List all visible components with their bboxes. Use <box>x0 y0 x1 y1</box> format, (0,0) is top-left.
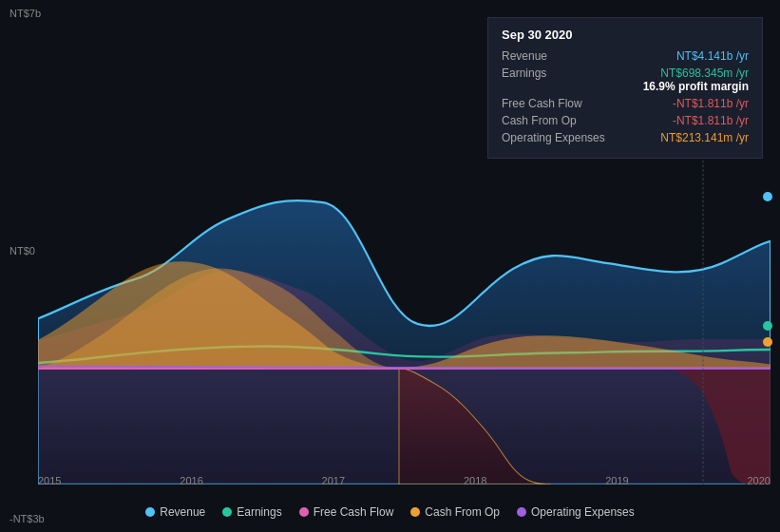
x-axis: 2015 2016 2017 2018 2019 2020 <box>38 475 770 486</box>
legend: Revenue Earnings Free Cash Flow Cash Fro… <box>0 500 780 524</box>
y-label-top: NT$7b <box>10 8 41 19</box>
cashfromop-label: Cash From Op <box>502 114 577 127</box>
earnings-label: Earnings <box>502 66 546 80</box>
tooltip-row-cashfromop: Cash From Op -NT$1.811b /yr <box>502 114 749 127</box>
revenue-legend-label: Revenue <box>160 505 205 519</box>
cashfromop-right-dot <box>763 337 772 347</box>
opex-label: Operating Expenses <box>502 131 605 144</box>
x-label-2018: 2018 <box>464 475 486 486</box>
x-label-2015: 2015 <box>38 475 61 486</box>
fcf-value: -NT$1.811b /yr <box>673 97 749 110</box>
cashfromop-legend-dot <box>410 507 420 517</box>
x-label-2016: 2016 <box>180 475 202 486</box>
tooltip-row-revenue: Revenue NT$4.141b /yr <box>502 49 749 63</box>
profit-margin-value: 16.9% profit margin <box>643 80 749 93</box>
y-label-mid: NT$0 <box>10 245 35 256</box>
tooltip-row-earnings: Earnings NT$698.345m /yr 16.9% profit ma… <box>502 66 749 93</box>
revenue-value: NT$4.141b /yr <box>676 49 749 63</box>
fcf-legend-dot <box>299 507 309 517</box>
opex-legend-dot <box>517 507 526 517</box>
revenue-legend-dot <box>145 507 155 517</box>
cashfromop-value: -NT$1.811b /yr <box>673 114 749 127</box>
legend-revenue[interactable]: Revenue <box>145 505 205 519</box>
legend-cashfromop[interactable]: Cash From Op <box>410 505 500 519</box>
opex-legend-label: Operating Expenses <box>531 505 635 519</box>
legend-opex[interactable]: Operating Expenses <box>517 505 635 519</box>
earnings-legend-label: Earnings <box>237 505 281 519</box>
x-label-2019: 2019 <box>605 475 628 486</box>
cashfromop-legend-label: Cash From Op <box>425 505 500 519</box>
earnings-right-dot <box>763 321 772 331</box>
earnings-value: NT$698.345m /yr <box>643 66 749 80</box>
legend-fcf[interactable]: Free Cash Flow <box>299 505 394 519</box>
legend-earnings[interactable]: Earnings <box>222 505 281 519</box>
revenue-label: Revenue <box>502 49 547 63</box>
tooltip-row-opex: Operating Expenses NT$213.141m /yr <box>502 131 749 144</box>
tooltip-card: Sep 30 2020 Revenue NT$4.141b /yr Earnin… <box>487 17 763 159</box>
fcf-label: Free Cash Flow <box>502 97 582 110</box>
earnings-values: NT$698.345m /yr 16.9% profit margin <box>643 66 749 93</box>
opex-value: NT$213.141m /yr <box>660 131 749 144</box>
chart-svg <box>38 147 770 484</box>
x-label-2017: 2017 <box>322 475 345 486</box>
earnings-legend-dot <box>222 507 232 517</box>
revenue-right-dot <box>763 192 772 201</box>
x-label-2020: 2020 <box>747 475 770 486</box>
tooltip-title: Sep 30 2020 <box>502 28 749 42</box>
fcf-legend-label: Free Cash Flow <box>314 505 394 519</box>
tooltip-row-fcf: Free Cash Flow -NT$1.811b /yr <box>502 97 749 110</box>
